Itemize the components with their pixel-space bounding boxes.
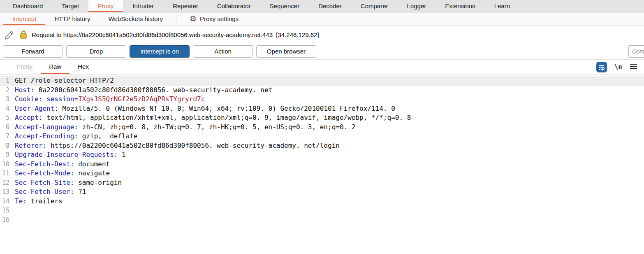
menu-tab-target[interactable]: Target <box>52 0 88 12</box>
line-content <box>12 215 15 225</box>
menu-tab-intruder[interactable]: Intruder <box>123 0 163 12</box>
menu-tab-proxy[interactable]: Proxy <box>88 0 123 12</box>
text-segment: Upgrade-Insecure-Requests: <box>15 151 118 158</box>
menu-tab-repeater[interactable]: Repeater <box>163 0 208 12</box>
text-cursor <box>115 77 115 84</box>
text-segment: Te: <box>15 197 27 205</box>
text-segment: Sec-Fetch-User: <box>15 188 74 196</box>
line-number: 7 <box>0 132 12 141</box>
message-view-tabs: PrettyRawHex\n <box>0 60 644 75</box>
word-wrap-icon[interactable] <box>596 62 607 72</box>
view-tab-pretty: Pretty <box>8 60 41 74</box>
editor-menu-icon[interactable] <box>630 63 637 71</box>
main-menu-bar: DashboardTargetProxyIntruderRepeaterColl… <box>0 0 644 12</box>
text-segment: https://0a2200c6041a502c80fd86d300f80056… <box>46 142 340 149</box>
text-segment: Host: <box>15 86 35 94</box>
text-segment: Sec-Fetch-Mode: <box>15 169 74 177</box>
line-number: 6 <box>0 123 12 132</box>
editor-toolbar: \n <box>596 60 644 74</box>
text-segment: Mozilla/5. 0 (Windows NT 10. 0; Win64; x… <box>58 105 395 112</box>
request-line: 13Sec-Fetch-User: ?1 <box>0 187 644 197</box>
text-segment: gzip, deflate <box>78 132 138 140</box>
menu-tab-comparer[interactable]: Comparer <box>351 0 398 12</box>
forward-button[interactable]: Forward <box>3 45 63 58</box>
text-segment: Sec-Fetch-Dest: <box>15 160 74 168</box>
request-line: 4User-Agent: Mozilla/5. 0 (Windows NT 10… <box>0 104 644 114</box>
text-segment: 0a2200c6041a502c80fd86d300f80056. web-se… <box>35 86 272 94</box>
menu-tab-extensions[interactable]: Extensions <box>436 0 484 12</box>
line-content: Accept-Encoding: gzip, deflate <box>12 132 138 141</box>
request-line: 10Sec-Fetch-Dest: document <box>0 160 644 169</box>
line-content: Sec-Fetch-User: ?1 <box>12 187 86 197</box>
pencil-icon[interactable] <box>4 29 15 40</box>
menu-tab-collaborator[interactable]: Collaborator <box>208 0 260 12</box>
open-browser-button[interactable]: Open browser <box>256 45 316 58</box>
line-number: 10 <box>0 160 12 169</box>
menu-tab-logger[interactable]: Logger <box>398 0 436 12</box>
line-number: 8 <box>0 141 12 151</box>
text-segment: ?1 <box>74 188 86 196</box>
line-number: 1 <box>0 76 12 86</box>
subtab-label: Proxy settings <box>200 12 239 25</box>
proxy-sub-tabs: InterceptHTTP historyWebSockets history⚙… <box>0 12 644 26</box>
line-number: 2 <box>0 86 12 95</box>
line-content: GET /role-selector HTTP/2 <box>12 76 115 86</box>
request-line: 5Accept: text/html, application/xhtml+xm… <box>0 113 644 123</box>
subtab-proxy-settings[interactable]: ⚙Proxy settings <box>181 12 248 25</box>
text-segment: Referer: <box>15 142 46 149</box>
raw-request-editor[interactable]: 1GET /role-selector HTTP/22Host: 0a2200c… <box>0 75 644 224</box>
lock-icon[interactable] <box>20 30 27 39</box>
line-content: Cookie: session=IXgs1S5QrNGf2e5zD2AqPRsT… <box>12 95 205 104</box>
request-line: 3Cookie: session=IXgs1S5QrNGf2e5zD2AqPRs… <box>0 95 644 104</box>
request-line: 6Accept-Language: zh-CN, zh;q=0. 8, zh-T… <box>0 123 644 132</box>
gear-icon: ⚙ <box>190 15 197 23</box>
text-segment: User-Agent: <box>15 105 58 112</box>
request-line: 9Upgrade-Insecure-Requests: 1 <box>0 150 644 160</box>
line-number: 12 <box>0 178 12 188</box>
newline-icon[interactable]: \n <box>614 63 622 71</box>
action-button[interactable]: Action <box>193 45 253 58</box>
view-tab-raw[interactable]: Raw <box>41 60 69 74</box>
request-line: 8Referer: https://0a2200c6041a502c80fd86… <box>0 141 644 151</box>
line-number: 16 <box>0 215 12 225</box>
subtab-separator <box>176 15 176 22</box>
line-content: Sec-Fetch-Mode: navigate <box>12 169 110 178</box>
text-segment: Accept-Language: <box>15 123 78 131</box>
line-number: 9 <box>0 150 12 160</box>
subtab-label: Intercept <box>12 12 36 25</box>
line-number: 15 <box>0 206 12 215</box>
menu-tab-dashboard[interactable]: Dashboard <box>3 0 52 12</box>
menu-tab-learn[interactable]: Learn <box>485 0 519 12</box>
line-number: 11 <box>0 169 12 178</box>
line-content: User-Agent: Mozilla/5. 0 (Windows NT 10.… <box>12 104 395 114</box>
line-content: Referer: https://0a2200c6041a502c80fd86d… <box>12 141 340 151</box>
line-content: Sec-Fetch-Dest: document <box>12 160 110 169</box>
text-segment: Cookie: session= <box>15 95 78 103</box>
view-tab-hex[interactable]: Hex <box>69 60 97 74</box>
subtab-http-history[interactable]: HTTP history <box>45 12 99 25</box>
text-segment: Sec-Fetch-Site: <box>15 179 74 186</box>
request-target-text: Request to https://0a2200c6041a502c80fd8… <box>32 31 319 38</box>
request-line: 1GET /role-selector HTTP/2 <box>0 76 644 86</box>
line-content: Sec-Fetch-Site: same-origin <box>12 178 122 188</box>
comment-input[interactable] <box>628 45 644 58</box>
line-number: 14 <box>0 197 12 206</box>
intercept-is-on-button[interactable]: Intercept is on <box>130 45 190 58</box>
menu-tab-sequencer[interactable]: Sequencer <box>260 0 309 12</box>
subtab-intercept[interactable]: Intercept <box>3 12 45 25</box>
request-line: 16 <box>0 215 644 225</box>
line-content <box>12 206 15 215</box>
line-number: 5 <box>0 113 12 123</box>
subtab-websockets-history[interactable]: WebSockets history <box>100 12 172 25</box>
menu-tab-decoder[interactable]: Decoder <box>309 0 351 12</box>
line-content: Accept: text/html, application/xhtml+xml… <box>12 113 411 123</box>
text-segment: document <box>74 160 110 168</box>
line-content: Te: trailers <box>12 197 63 206</box>
text-segment: trailers <box>27 197 63 205</box>
text-segment: Accept-Encoding: <box>15 132 78 140</box>
line-content: Host: 0a2200c6041a502c80fd86d300f80056. … <box>12 86 272 95</box>
request-line: 12Sec-Fetch-Site: same-origin <box>0 178 644 188</box>
text-segment: zh-CN, zh;q=0. 8, zh-TW;q=0. 7, zh-HK;q=… <box>78 123 355 131</box>
line-number: 3 <box>0 95 12 104</box>
drop-button[interactable]: Drop <box>66 45 126 58</box>
